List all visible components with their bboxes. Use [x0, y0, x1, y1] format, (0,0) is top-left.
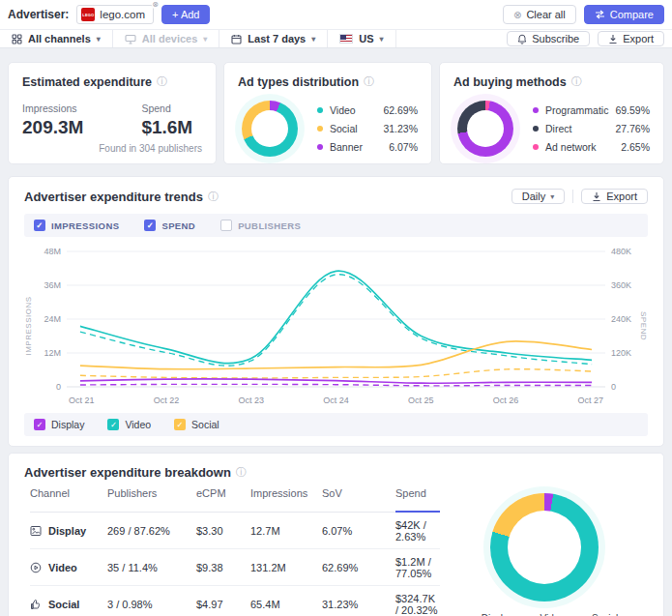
advertiser-domain: lego.com — [100, 9, 145, 20]
advertiser-chip[interactable]: LEGO lego.com ⊗ — [76, 5, 154, 24]
panel-title: Advertiser expenditure trends — [24, 190, 203, 204]
download-icon — [592, 191, 601, 202]
spend-label: Spend — [141, 103, 192, 114]
legend-item: Video 62.69% — [317, 104, 418, 116]
subscribe-button[interactable]: Subscribe — [507, 31, 590, 46]
col-spend-sorted[interactable]: Spend — [395, 487, 440, 513]
chevron-down-icon: ▾ — [203, 35, 207, 44]
export-button[interactable]: Export — [598, 31, 664, 46]
series-toggles: ✓ IMPRESSIONS ✓ SPEND PUBLISHERS — [24, 214, 648, 237]
right-axis-title: SPEND — [639, 311, 648, 340]
breakdown-table: Channel Publishers eCPM Impressions SoV … — [24, 487, 440, 616]
card-title: Ad buying methods — [453, 75, 567, 89]
legend-item: Social 31.23% — [317, 123, 418, 134]
card-title: Estimated expenditure — [22, 75, 152, 89]
impressions-value: 209.3M — [22, 117, 83, 138]
info-icon[interactable]: ⓘ — [236, 465, 247, 480]
summary-cards: Estimated expenditure ⓘ Impressions 209.… — [8, 62, 664, 164]
panel-title: Advertiser expenditure breakdown — [24, 465, 231, 480]
col-impressions[interactable]: Impressions — [250, 487, 322, 513]
info-icon[interactable]: ⓘ — [571, 74, 582, 89]
table-row-video[interactable]: Video 35 / 11.4% $9.38 131.2M 62.69% $1.… — [30, 549, 440, 586]
chevron-down-icon: ▾ — [97, 35, 101, 44]
buying-methods-donut-chart — [457, 101, 513, 157]
checkbox-unchecked-icon — [220, 220, 232, 231]
legend-dot — [317, 126, 323, 132]
legend-dot — [317, 107, 323, 113]
left-axis: IMPRESSIONS 48M 36M 24M 12M 0 — [24, 247, 67, 405]
legend-item: Programmatic 69.59% — [533, 104, 650, 116]
chevron-down-icon: ▾ — [550, 192, 554, 201]
legend-video[interactable]: ✓ Video — [107, 419, 151, 430]
devices-filter[interactable]: All devices ▾ — [113, 30, 220, 47]
clear-all-icon: ⊗ — [513, 10, 521, 20]
adclarity-dashboard: Advertiser: LEGO lego.com ⊗ + Add ⊗ Clea… — [0, 0, 672, 616]
publishers-footnote: Found in 304 publishers — [99, 143, 202, 154]
card-title: Ad types distribution — [238, 75, 359, 89]
chevron-down-icon: ▾ — [311, 35, 315, 44]
legend-item: Ad network 2.65% — [533, 141, 650, 153]
channels-filter[interactable]: All channels ▾ — [0, 30, 113, 47]
geo-filter[interactable]: US ▾ — [328, 30, 395, 47]
col-ecpm[interactable]: eCPM — [196, 487, 250, 513]
advertiser-label: Advertiser: — [8, 8, 69, 21]
legend-dot — [533, 144, 539, 150]
divider — [572, 190, 573, 203]
remove-advertiser-icon[interactable]: ⊗ — [152, 1, 159, 9]
add-advertiser-button[interactable]: + Add — [161, 5, 210, 24]
ad-types-card: Ad types distribution ⓘ Video 62.69% Soc… — [223, 62, 432, 164]
us-flag-icon — [339, 34, 353, 44]
ad-types-donut-chart — [242, 101, 298, 157]
display-channel-icon — [30, 525, 42, 537]
lego-favicon-icon: LEGO — [81, 8, 95, 21]
checkbox-checked-icon: ✓ — [34, 220, 45, 231]
table-row-display[interactable]: Display 269 / 87.62% $3.30 12.7M 6.07% $… — [30, 513, 440, 549]
trends-export-button[interactable]: Export — [581, 189, 648, 204]
legend-item: Direct 27.76% — [533, 123, 650, 134]
impressions-label: Impressions — [22, 103, 83, 114]
devices-monitor-icon — [125, 34, 136, 44]
col-publishers[interactable]: Publishers — [107, 487, 196, 513]
col-channel[interactable]: Channel — [30, 487, 107, 513]
table-row-social[interactable]: Social 3 / 0.98% $4.97 65.4M 31.23% $324… — [30, 586, 440, 616]
clear-all-button[interactable]: ⊗ Clear all — [503, 5, 576, 24]
legend-dot — [533, 126, 539, 132]
col-sov[interactable]: SoV — [322, 487, 395, 513]
calendar-icon — [231, 34, 242, 44]
legend-item: Banner 6.07% — [317, 141, 418, 153]
left-axis-title: IMPRESSIONS — [24, 296, 33, 355]
x-axis-labels: Oct 21 Oct 22 Oct 23 Oct 24 Oct 25 Oct 2… — [67, 392, 605, 405]
chevron-down-icon: ▾ — [380, 35, 384, 44]
checkbox-checked-icon: ✓ — [144, 220, 156, 231]
spend-value: $1.6M — [141, 117, 192, 138]
legend-display[interactable]: ✓ Display — [34, 419, 84, 430]
trend-chart-zone: IMPRESSIONS 48M 36M 24M 12M 0 Oct 21 Oct… — [24, 247, 648, 405]
legend-social[interactable]: ✓ Social — [174, 419, 219, 430]
table-header-row: Channel Publishers eCPM Impressions SoV … — [30, 487, 440, 513]
spend-share-donut-area: Display Video Social — [440, 487, 648, 616]
checkbox-checked-icon: ✓ — [107, 419, 119, 430]
channels-grid-icon — [12, 34, 22, 44]
trend-line-chart[interactable] — [67, 247, 605, 392]
bell-icon — [517, 34, 527, 44]
info-icon[interactable]: ⓘ — [157, 74, 167, 89]
toggle-impressions[interactable]: ✓ IMPRESSIONS — [34, 220, 119, 231]
period-select[interactable]: Daily ▾ — [511, 189, 565, 204]
compare-button[interactable]: Compare — [584, 5, 664, 24]
checkbox-checked-icon: ✓ — [34, 419, 45, 430]
right-axis: 480K 360K 240K 120K 0 SPEND — [605, 247, 648, 405]
video-channel-icon — [30, 562, 42, 573]
trend-chart-legend: ✓ Display ✓ Video ✓ Social — [24, 413, 648, 436]
estimated-expenditure-card: Estimated expenditure ⓘ Impressions 209.… — [8, 62, 217, 164]
checkbox-checked-icon: ✓ — [174, 419, 186, 430]
expenditure-trends-panel: Advertiser expenditure trends ⓘ Daily ▾ … — [8, 176, 664, 447]
info-icon[interactable]: ⓘ — [364, 74, 374, 89]
download-icon — [608, 34, 618, 44]
legend-dot — [533, 107, 539, 113]
date-range-filter[interactable]: Last 7 days ▾ — [219, 30, 328, 47]
filter-bar: All channels ▾ All devices ▾ Last 7 days… — [0, 29, 672, 48]
toggle-publishers[interactable]: PUBLISHERS — [220, 220, 301, 231]
toggle-spend[interactable]: ✓ SPEND — [144, 220, 195, 231]
social-channel-icon — [30, 599, 42, 610]
info-icon[interactable]: ⓘ — [208, 190, 219, 204]
